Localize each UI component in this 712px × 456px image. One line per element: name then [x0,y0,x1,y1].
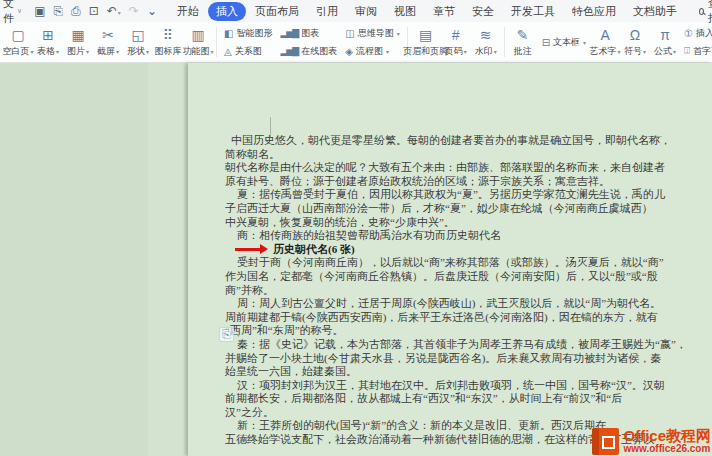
ribbon-stack: ①插入数字⍗首字下沉 [680,27,712,58]
chevron-down-icon: ▾ [146,48,149,55]
file-menu-button[interactable]: 文件 ∨ [0,0,28,26]
tab-reference[interactable]: 引用 [308,2,346,21]
wps-writer-window: 文件 ∨ ▣⎘⎙⊡↶▾↷⌄ 开始插入页面布局引用审阅视图章节安全开发工具特色应用… [0,0,712,456]
chevron-down-icon: ▾ [643,48,646,55]
line-text: 商”并称。 [225,284,274,296]
function-diagram-button[interactable]: ▥功能图▾ [183,26,213,59]
print-preview-icon[interactable]: ⊡ [85,4,103,18]
header-footer-button[interactable]: ▤页眉和页脚 [411,26,441,59]
find-button[interactable]: 查找 [699,0,712,26]
chevron-down-icon: ▾ [118,8,121,18]
text-line: 周前期建都于镐(今陕西西安西南)，后来平王东迁洛邑(今河南洛阳)，因在镐的东方，… [225,311,687,325]
symbol-button[interactable]: Ω符号▾ [620,26,650,59]
icon-library-button[interactable]: ⠿图标库 [153,26,183,59]
watermark-url: www.office26.com [623,444,711,455]
chevron-down-icon: ▾ [673,48,676,55]
watermark-label: 水印 [475,45,493,58]
chevron-down-icon: ▾ [397,30,400,37]
text-line: 汉”之分。 [225,406,687,420]
page-number-icon: # [452,27,460,44]
drop-cap-label: 首字下沉 [693,45,712,58]
word-art-button[interactable]: A艺术字▾ [590,26,620,59]
redo-icon[interactable]: ↷ [125,4,143,18]
tab-review[interactable]: 审阅 [347,2,385,21]
mind-map-button[interactable]: ◫思维导图▾ [345,27,399,40]
ribbon-stack: ◧智能图形◬关系图 [220,27,276,58]
line-text: 作为国名，定都亳（今河南商丘谷熟镇）。后盘庚迁殷（今河南安阳）后，又以“殷”或“… [225,270,658,282]
table-button[interactable]: ⊞表格▾ [33,26,63,59]
watermark-icon: ≋ [480,27,492,44]
tab-chapter[interactable]: 章节 [425,2,463,21]
line-text: 中国历史悠久，朝代更是零星纷繁。每朝的创建者要首办的事就是确立国号，即朝代名称， [231,134,671,146]
tab-insert[interactable]: 插入 [208,2,246,21]
flowchart-label: 流程图 [356,45,383,58]
text-line: 商：相传商族的始祖契曾帮助禹治水有功而历史朝代名 [225,229,687,243]
tab-doc-assistant[interactable]: 文档助手 [625,2,685,21]
document-area[interactable]: 中国历史悠久，朝代更是零星纷繁。每朝的创建者要首办的事就是确立国号，即朝代名称，… [0,63,712,456]
shapes-labelrow: 形状▾ [127,45,149,58]
print-icon[interactable]: ⎙ [67,4,85,18]
flowchart-button[interactable]: ◈流程图▾ [345,45,399,58]
relationship-diagram-button[interactable]: ◬关系图 [224,45,272,58]
text-line: 秦：据《史记》记载，本为古部落，其首领非子为周孝王养马有成绩，被周孝王赐姓为“嬴… [225,338,687,352]
blank-page-button[interactable]: ▢空白页▾ [3,26,33,59]
menu-tabs: 开始插入页面布局引用审阅视图章节安全开发工具特色应用文档助手 [169,2,685,21]
comment-button[interactable]: ✎批注 [508,26,538,59]
line-text: “西周”和“东周”的称号。 [225,324,344,336]
export-icon[interactable]: ⎘ [49,4,67,18]
icon-library-icon: ⠿ [163,27,173,44]
line-text: 并赐给了一小块土地(今甘肃天水县，另说是陇西谷名)。后来襄又救周有功被封为诸侯，… [225,352,661,364]
table-labelrow: 表格▾ [37,45,59,58]
titlebar: 文件 ∨ ▣⎘⎙⊡↶▾↷⌄ 开始插入页面布局引用审阅视图章节安全开发工具特色应用… [0,0,712,22]
chevron-down-icon[interactable]: ▾ [237,331,240,338]
symbol-labelrow: 符号▾ [624,45,646,58]
quick-access-toolbar: ▣⎘⎙⊡↶▾↷⌄ [30,4,161,18]
line-text: 始皇统一六国，始建秦国。 [225,365,357,377]
chart-button[interactable]: ▂▅▇图表 [280,27,337,40]
table-label: 表格 [37,45,55,58]
watermark-button[interactable]: ≋水印▾ [471,26,501,59]
insert-number-button[interactable]: ①插入数字 [684,27,712,40]
tab-view[interactable]: 视图 [386,2,424,21]
page-number-labelrow: 页码▾ [445,45,467,58]
page-number-button[interactable]: #页码▾ [441,26,471,59]
chevron-down-icon: ▾ [56,48,59,55]
picture-labelrow: 图片▾ [67,45,89,58]
formula-button[interactable]: π公式▾ [650,26,680,59]
more-commands-icon[interactable]: ⌄ [143,4,161,18]
undo-icon[interactable]: ↶▾ [103,4,125,18]
document-text[interactable]: 中国历史悠久，朝代更是零星纷繁。每朝的创建者要首办的事就是确立国号，即朝代名称，… [225,134,687,447]
screenshot-button[interactable]: ✂截屏▾ [93,26,123,59]
canvas-margin [0,63,148,456]
tab-page-layout[interactable]: 页面布局 [247,2,307,21]
text-line: 中国历史悠久，朝代更是零星纷繁。每朝的创建者要首办的事就是确立国号，即朝代名称， [225,134,687,148]
comment-icon: ✎ [517,27,529,44]
scissors-icon: ✂ [102,27,114,44]
online-chart-button[interactable]: ▂▅▇在线图表 [280,45,337,58]
drop-cap-icon: ⍗ [684,45,690,57]
paste-options-button[interactable]: ⎘ ▾ [219,327,240,342]
ribbon-stack: ▂▅▇图表▂▅▇在线图表 [276,27,341,58]
text-line: 受封于商（今河南商丘南），以后就以“商”来称其部落（或部族）。汤灭夏后，就以“商… [225,256,687,270]
text-box-button[interactable]: ⊟文本框▾ [542,36,586,49]
text-line: 始皇统一六国，始建秦国。 [225,365,687,379]
line-text: 简称朝名。 [225,148,280,160]
save-icon[interactable]: ▣ [30,4,49,18]
line-text: 前期都长安，后期都洛阳，故从都城上有“西汉”和“东汉”，从时间上有“前汉”和“后 [225,392,622,404]
smart-graphics-icon: ◧ [224,28,233,39]
comment-label: 批注 [514,45,532,58]
tab-security[interactable]: 安全 [464,2,502,21]
line-text: 汉”之分。 [225,406,274,418]
relationship-diagram-label: 关系图 [235,45,262,58]
smart-graphics-button[interactable]: ◧智能图形 [224,27,272,40]
tab-home[interactable]: 开始 [169,2,207,21]
drop-cap-button[interactable]: ⍗首字下沉 [684,45,712,58]
picture-button[interactable]: ▦图片▾ [63,26,93,59]
tab-dev-tools[interactable]: 开发工具 [503,2,563,21]
watermark-title: Office教程网 [623,428,711,444]
text-line: 前期都长安，后期都洛阳，故从都城上有“西汉”和“东汉”，从时间上有“前汉”和“后 [225,392,687,406]
tab-featured-apps[interactable]: 特色应用 [564,2,624,21]
header-footer-icon: ▤ [419,27,432,44]
shapes-button[interactable]: ◱形状▾ [123,26,153,59]
find-label: 查找 [708,0,712,26]
